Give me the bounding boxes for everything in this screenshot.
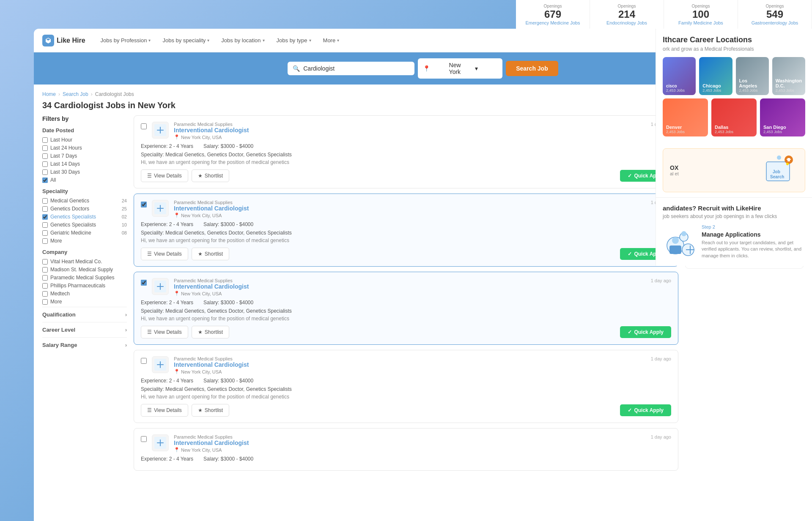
filter-medtech-checkbox[interactable]	[42, 291, 48, 297]
nav-jobs-speciality[interactable]: Jobs by speciality ▾	[157, 34, 214, 47]
breadcrumb-search-job[interactable]: Search Job	[63, 91, 88, 97]
nav-jobs-profession[interactable]: Jobs by Profession ▾	[96, 34, 156, 47]
location-chicago-jobs: 2,453 Jobs	[702, 88, 729, 93]
location-la-jobs: 2,453 Jobs	[739, 88, 765, 93]
filter-geriatric-medicine[interactable]: Geriatric Medicine 08	[42, 230, 127, 236]
filter-more-company[interactable]: More	[42, 299, 127, 305]
filter-last-14d[interactable]: Last 14 Days	[42, 161, 127, 167]
job-search-input[interactable]	[303, 65, 409, 72]
filter-geriatric-medicine-checkbox[interactable]	[42, 230, 48, 236]
job-card-2: Paramedic Medical Supplies Interventiona…	[134, 194, 678, 267]
job-card-header-3: Paramedic Medical Supplies Interventiona…	[141, 278, 671, 296]
location-card-sf[interactable]: cisco 2,453 Jobs	[663, 57, 696, 95]
location-chicago-name: Chicago	[702, 83, 729, 88]
filter-qualification[interactable]: Qualification ›	[42, 307, 127, 322]
location-card-dc[interactable]: Washington D.C. 2,453 Jobs	[772, 57, 805, 95]
filter-paramedic-checkbox[interactable]	[42, 275, 48, 281]
filter-last-7d[interactable]: Last 7 Days	[42, 153, 127, 159]
filter-all-checkbox[interactable]	[42, 177, 48, 183]
quick-apply-button-4[interactable]: ✓ Quick Apply	[620, 404, 671, 416]
filter-last-hour[interactable]: Last Hour	[42, 137, 127, 143]
job-select-2[interactable]	[141, 202, 147, 207]
filter-paramedic[interactable]: Paramedic Medical Supplies	[42, 275, 127, 281]
logo[interactable]: Like Hire	[42, 35, 85, 46]
job-title-3[interactable]: Interventional Cardiologist	[174, 283, 646, 290]
filter-more-speciality[interactable]: More	[42, 238, 127, 244]
location-card-sandiego[interactable]: San Diego 2,453 Jobs	[760, 98, 805, 136]
filter-last-14d-checkbox[interactable]	[42, 161, 48, 167]
job-title-1[interactable]: Interventional Cardiologist	[174, 127, 646, 134]
filter-genetics-specialists-checkbox[interactable]	[42, 214, 48, 220]
shortlist-button-3[interactable]: ★ Shortlist	[192, 326, 229, 338]
job-desc-4: Hi, we have an urgent opening for the po…	[141, 394, 671, 400]
filter-madison[interactable]: Madison St. Medical Supply	[42, 267, 127, 273]
promo-text-ox: OX	[670, 164, 759, 171]
nav-more[interactable]: More ▾	[318, 34, 345, 47]
filter-last-30d[interactable]: Last 30 Days	[42, 169, 127, 175]
filter-medical-genetics-checkbox[interactable]	[42, 198, 48, 204]
job-title-2[interactable]: Interventional Cardiologist	[174, 205, 646, 212]
filter-medical-genetics[interactable]: Medical Genetics 24	[42, 198, 127, 204]
chevron-right-icon: ›	[125, 312, 127, 318]
filter-last-24h-checkbox[interactable]	[42, 145, 48, 151]
filter-madison-checkbox[interactable]	[42, 267, 48, 273]
job-experience-1: Experience: 2 - 4 Years	[141, 143, 193, 149]
job-card-header-1: Paramedic Medical Supplies Interventiona…	[141, 122, 671, 140]
view-details-button-2[interactable]: ☰ View Details	[141, 248, 188, 260]
nav-jobs-type[interactable]: Jobs by type ▾	[272, 34, 316, 47]
list-icon-4: ☰	[147, 407, 152, 413]
search-button[interactable]: Search Job	[506, 61, 558, 76]
recruit-step-content: Step 2 Manage Applications Reach out to …	[702, 224, 805, 259]
filter-last-hour-checkbox[interactable]	[42, 137, 48, 143]
filter-genetics-doctors-checkbox[interactable]	[42, 206, 48, 212]
shortlist-button-2[interactable]: ★ Shortlist	[192, 248, 229, 260]
shortlist-button-4[interactable]: ★ Shortlist	[192, 404, 229, 417]
filter-all[interactable]: All	[42, 177, 127, 183]
job-title-5[interactable]: Interventional Cardiologist	[174, 439, 646, 446]
view-details-button-4[interactable]: ☰ View Details	[141, 404, 188, 417]
filter-career-level[interactable]: Career Level ›	[42, 322, 127, 337]
breadcrumb-home[interactable]: Home	[42, 91, 56, 97]
job-select-4[interactable]	[141, 358, 147, 364]
filter-genetics-specialists[interactable]: Genetics Specialists 02	[42, 214, 127, 220]
filter-vital-heart-checkbox[interactable]	[42, 259, 48, 265]
filter-salary-range[interactable]: Salary Range ›	[42, 337, 127, 352]
filter-medtech[interactable]: Medtech	[42, 291, 127, 297]
view-details-button-1[interactable]: ☰ View Details	[141, 169, 188, 182]
location-card-dallas[interactable]: Dallas 2,453 Jobs	[711, 98, 757, 136]
job-speciality-4: Speciality: Medical Genetics, Genetics D…	[141, 386, 671, 392]
filter-more-company-checkbox[interactable]	[42, 299, 48, 305]
list-icon-2: ☰	[147, 251, 152, 257]
filter-more-speciality-checkbox[interactable]	[42, 238, 48, 244]
search-input-wrap[interactable]: 🔍	[288, 62, 414, 75]
location-card-denver[interactable]: Denver 2,453 Jobs	[663, 98, 708, 136]
job-logo-2	[152, 200, 169, 217]
recruit-step-2: Step 2 Manage Applications Reach out to …	[663, 224, 805, 259]
filter-phillips[interactable]: Phillips Pharmaceuticals	[42, 283, 127, 289]
view-details-button-3[interactable]: ☰ View Details	[141, 326, 188, 338]
job-logo-4	[152, 356, 169, 373]
filter-genetics-specialists-2-checkbox[interactable]	[42, 222, 48, 228]
locations-subtitle: ork and grow as a Medical Professionals	[663, 46, 805, 52]
filter-phillips-checkbox[interactable]	[42, 283, 48, 289]
filter-vital-heart[interactable]: Vital Heart Medical Co.	[42, 259, 127, 265]
filter-last-7d-checkbox[interactable]	[42, 153, 48, 159]
location-sf-name: cisco	[666, 84, 692, 88]
job-select-3[interactable]	[141, 280, 147, 286]
location-card-la[interactable]: Los Angeles 2,453 Jobs	[736, 57, 769, 95]
job-select-1[interactable]	[141, 123, 147, 129]
shortlist-button-1[interactable]: ★ Shortlist	[192, 169, 229, 182]
top-card-family: Openings 100 Family Medicine Jobs	[664, 0, 738, 29]
filter-genetics-specialists-2[interactable]: Genetics Specialists 10	[42, 222, 127, 228]
job-title-4[interactable]: Interventional Cardiologist	[174, 361, 646, 368]
filter-genetics-doctors[interactable]: Genetics Doctors 25	[42, 206, 127, 212]
job-select-5[interactable]	[141, 436, 147, 442]
nav-jobs-location[interactable]: Jobs by location ▾	[216, 34, 269, 47]
filter-last-24h[interactable]: Last 24 Hours	[42, 145, 127, 151]
location-select-wrap[interactable]: 📍 New York ▾	[418, 58, 502, 79]
quick-apply-button-3[interactable]: ✓ Quick Apply	[620, 326, 671, 338]
chevron-down-icon-2: ▾	[207, 38, 209, 43]
filter-last-30d-checkbox[interactable]	[42, 169, 48, 175]
location-dallas-jobs: 2,453 Jobs	[715, 130, 753, 134]
location-card-chicago[interactable]: Chicago 2,453 Jobs	[699, 57, 732, 95]
